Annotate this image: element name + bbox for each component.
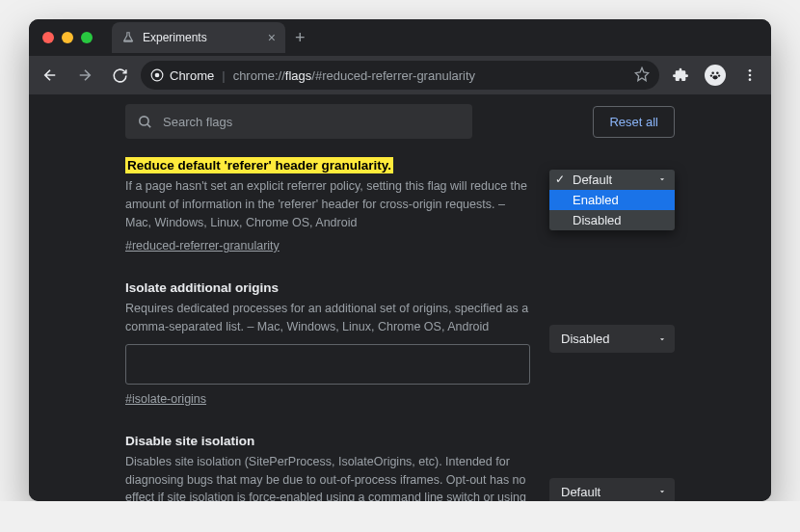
svg-point-8 (749, 74, 752, 77)
svg-point-5 (718, 74, 720, 76)
tab-title: Experiments (143, 31, 207, 44)
flag-title: Reduce default 'referer' header granular… (125, 157, 393, 173)
svg-point-4 (710, 74, 712, 76)
select-value: Default (549, 478, 675, 501)
maximize-window-button[interactable] (81, 32, 93, 43)
select-value: Disabled (549, 325, 675, 353)
flag-hash-link[interactable]: #reduced-referrer-granularity (125, 239, 280, 253)
flag-title: Isolate additional origins (125, 280, 279, 295)
chevron-down-icon (657, 487, 667, 496)
flask-icon (121, 31, 135, 44)
site-label: Chrome (170, 68, 214, 83)
extensions-button[interactable] (667, 62, 694, 89)
search-input[interactable] (163, 115, 461, 129)
flag-description: Requires dedicated processes for an addi… (125, 300, 530, 336)
flag-select[interactable]: Disabled (549, 325, 675, 353)
flags-list: Reduce default 'referer' header granular… (29, 148, 771, 501)
page-content: Reset all Reduce default 'referer' heade… (29, 94, 771, 501)
tab-strip: Experiments × + (112, 19, 306, 56)
flags-topbar: Reset all (29, 94, 771, 148)
back-button[interactable] (37, 62, 64, 89)
paw-icon (708, 68, 722, 82)
reset-all-button[interactable]: Reset all (593, 106, 675, 138)
svg-point-6 (712, 75, 717, 79)
flag-item: Disable site isolation Disables site iso… (125, 432, 675, 501)
chevron-down-icon (657, 334, 667, 344)
flag-select[interactable]: Default (549, 478, 675, 501)
omnibox-divider: | (222, 68, 225, 83)
close-window-button[interactable] (42, 32, 54, 43)
menu-button[interactable] (736, 62, 763, 89)
dropdown-option-enabled[interactable]: Enabled (549, 190, 675, 210)
tab-close-icon[interactable]: × (268, 30, 276, 45)
svg-point-7 (749, 69, 752, 72)
toolbar: Chrome | chrome://flags/#reduced-referre… (29, 56, 771, 94)
svg-point-2 (711, 71, 714, 74)
flag-description: Disables site isolation (SitePerProcess,… (125, 453, 530, 501)
bookmark-star-icon[interactable] (634, 66, 650, 85)
titlebar: Experiments × + (29, 19, 771, 56)
site-info-chip[interactable]: Chrome (150, 68, 214, 83)
new-tab-button[interactable]: + (295, 28, 306, 48)
chevron-down-icon (657, 174, 667, 184)
search-box[interactable] (125, 104, 472, 139)
flag-hash-link[interactable]: #isolate-origins (125, 392, 206, 406)
flag-item: Reduce default 'referer' header granular… (125, 156, 675, 253)
search-icon (137, 114, 153, 130)
svg-point-1 (155, 73, 160, 78)
forward-button[interactable] (71, 62, 98, 89)
flag-dropdown: Default Enabled Disabled (549, 170, 675, 230)
url-text: chrome://flags/#reduced-referrer-granula… (233, 68, 475, 83)
svg-point-10 (140, 116, 148, 124)
address-bar[interactable]: Chrome | chrome://flags/#reduced-referre… (141, 61, 659, 90)
svg-point-3 (716, 71, 719, 74)
browser-window: Experiments × + Chrome | chrome://flags/… (29, 19, 771, 501)
flag-item: Isolate additional origins Requires dedi… (125, 279, 675, 407)
flag-title: Disable site isolation (125, 434, 254, 448)
chrome-icon (150, 68, 164, 82)
dropdown-option-disabled[interactable]: Disabled (549, 210, 675, 230)
dropdown-option-default[interactable]: Default (549, 170, 675, 190)
profile-button[interactable] (702, 62, 729, 89)
minimize-window-button[interactable] (62, 32, 73, 43)
reload-button[interactable] (106, 62, 133, 89)
browser-tab[interactable]: Experiments × (112, 22, 285, 53)
window-controls (29, 32, 93, 43)
flag-text-input[interactable] (125, 344, 530, 385)
svg-point-9 (749, 78, 752, 81)
flag-description: If a page hasn't set an explicit referre… (125, 177, 530, 231)
